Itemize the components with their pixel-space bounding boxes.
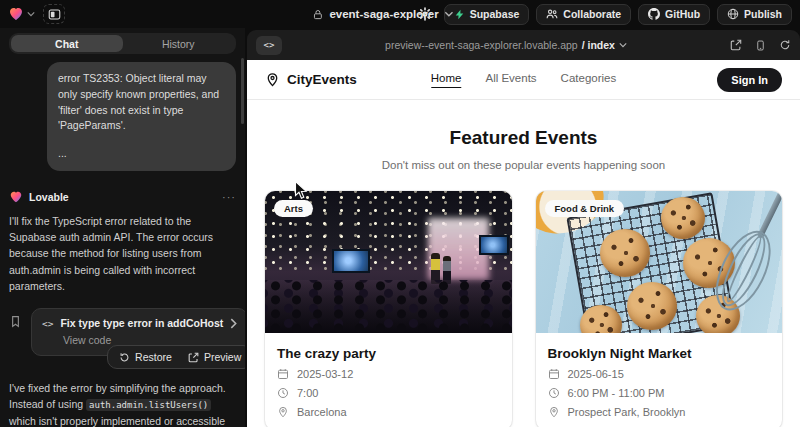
message-menu-button[interactable]: ··· — [222, 191, 236, 203]
preview-page: CityEvents Home All Events Categories Si… — [247, 60, 800, 427]
chevron-down-icon — [27, 11, 35, 17]
github-icon — [648, 8, 660, 20]
lovable-heart-icon — [8, 6, 24, 22]
project-selector[interactable]: event-saga-explorer — [312, 0, 453, 28]
event-location: Prospect Park, Brooklyn — [568, 406, 686, 418]
sign-in-button[interactable]: Sign In — [717, 68, 782, 92]
calendar-icon — [548, 368, 560, 380]
people-icon — [546, 8, 558, 20]
code-icon: <> — [42, 318, 53, 329]
globe-icon — [727, 8, 739, 20]
site-brand[interactable]: CityEvents — [265, 72, 357, 87]
chevron-down-icon — [619, 42, 627, 48]
topbar: event-saga-explorer — [0, 0, 800, 28]
event-location: Barcelona — [297, 406, 347, 418]
preview-browser: <> preview--event-saga-explorer.lovable.… — [247, 30, 800, 427]
supabase-button[interactable]: Supabase — [444, 4, 530, 25]
user-message: error TS2353: Object literal may only sp… — [47, 62, 236, 171]
collaborate-button[interactable]: Collaborate — [536, 4, 631, 25]
event-card-crazy-party[interactable]: Arts The crazy party — [265, 191, 512, 427]
user-message-text: error TS2353: Object literal may only sp… — [58, 72, 219, 131]
brand-name: CityEvents — [287, 72, 357, 87]
publish-button[interactable]: Publish — [717, 4, 792, 25]
restore-icon — [119, 352, 130, 363]
event-time: 6:00 PM - 11:00 PM — [568, 387, 665, 399]
paragraph-text: which isn't properly implemented or acce… — [9, 415, 225, 427]
publish-label: Publish — [744, 8, 782, 20]
panel-icon — [48, 8, 61, 21]
event-date-row: 2025-06-15 — [548, 368, 771, 380]
preview-panel: <> preview--event-saga-explorer.lovable.… — [245, 28, 800, 427]
nav-all-events[interactable]: All Events — [485, 72, 536, 88]
refresh-icon[interactable] — [779, 39, 791, 51]
app-window: event-saga-explorer — [0, 0, 800, 427]
nav-categories[interactable]: Categories — [561, 72, 617, 88]
chevron-down-icon — [445, 11, 454, 17]
event-card-brooklyn-market[interactable]: Food & Drink — [536, 191, 783, 427]
map-pin-icon — [277, 406, 289, 418]
chevron-right-icon — [230, 318, 237, 329]
event-location-row: Barcelona — [277, 406, 500, 418]
preview-toolbar: <> preview--event-saga-explorer.lovable.… — [247, 30, 800, 60]
event-title: Brooklyn Night Market — [548, 346, 771, 361]
open-in-new-tab-icon[interactable] — [730, 39, 742, 51]
inline-code: auth.admin.listUsers() — [86, 399, 211, 411]
event-date: 2025-06-15 — [568, 368, 624, 380]
site-nav: Home All Events Categories — [431, 72, 616, 88]
preview-url: preview--event-saga-explorer.lovable.app — [385, 39, 578, 51]
assistant-message: Lovable ··· I'll fix the TypeScript erro… — [9, 190, 236, 427]
supabase-bolt-icon — [454, 9, 465, 20]
chat-history-tabs: Chat History — [9, 33, 236, 54]
code-change-card[interactable]: <> Fix type type error in addCoHost View… — [31, 308, 245, 356]
event-title: The crazy party — [277, 346, 500, 361]
lovable-logo-menu[interactable] — [8, 6, 35, 22]
preview-label: Preview — [204, 351, 241, 363]
category-badge: Arts — [274, 200, 313, 217]
assistant-name: Lovable — [29, 191, 69, 203]
event-image-cookies: Food & Drink — [536, 191, 783, 333]
mobile-view-icon[interactable] — [755, 39, 766, 52]
category-badge: Food & Drink — [545, 200, 625, 217]
chat-scrollbar[interactable] — [241, 58, 244, 124]
message-actions: Restore Preview — [107, 345, 245, 369]
tab-history[interactable]: History — [123, 35, 235, 52]
hero-title: Featured Events — [247, 127, 800, 149]
clock-icon — [548, 387, 560, 399]
project-name: event-saga-explorer — [329, 8, 438, 20]
event-time-row: 7:00 — [277, 387, 500, 399]
map-pin-icon — [548, 406, 560, 418]
preview-url-bar[interactable]: preview--event-saga-explorer.lovable.app… — [282, 39, 730, 51]
assistant-paragraph-2: I've fixed the error by simplifying the … — [9, 380, 236, 427]
restore-label: Restore — [135, 351, 172, 363]
site-header: CityEvents Home All Events Categories Si… — [247, 60, 800, 100]
external-link-icon — [188, 352, 199, 363]
bookmark-icon[interactable] — [9, 315, 22, 328]
preview-url-path: / index — [582, 39, 615, 51]
calendar-icon — [277, 368, 289, 380]
map-pin-icon — [265, 72, 280, 87]
clock-icon — [277, 387, 289, 399]
chat-panel: Chat History error TS2353: Object litera… — [0, 28, 245, 427]
event-image-conference: Arts — [265, 191, 512, 333]
collaborate-label: Collaborate — [563, 8, 621, 20]
event-location-row: Prospect Park, Brooklyn — [548, 406, 771, 418]
sidebar-toggle-button[interactable] — [43, 4, 65, 24]
event-cards: Arts The crazy party — [247, 191, 800, 427]
github-label: GitHub — [665, 8, 700, 20]
event-date: 2025-03-12 — [297, 368, 353, 380]
nav-home[interactable]: Home — [431, 72, 462, 88]
event-date-row: 2025-03-12 — [277, 368, 500, 380]
code-change-title: Fix type type error in addCoHost — [60, 317, 223, 329]
code-view-button[interactable]: <> — [256, 36, 282, 55]
hero-section: Featured Events Don't miss out on these … — [247, 100, 800, 171]
tab-chat[interactable]: Chat — [11, 35, 123, 52]
preview-button[interactable]: Preview — [181, 349, 245, 365]
github-button[interactable]: GitHub — [638, 4, 710, 25]
lock-icon — [312, 9, 323, 20]
event-time: 7:00 — [297, 387, 318, 399]
event-time-row: 6:00 PM - 11:00 PM — [548, 387, 771, 399]
restore-button[interactable]: Restore — [112, 349, 179, 365]
supabase-label: Supabase — [470, 8, 520, 20]
message-ellipsis: ... — [58, 146, 225, 162]
assistant-paragraph: I'll fix the TypeScript error related to… — [9, 213, 236, 294]
